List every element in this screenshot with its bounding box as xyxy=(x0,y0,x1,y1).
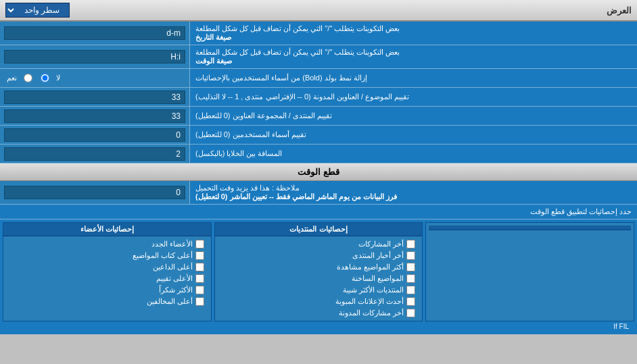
checkbox-forum-2[interactable] xyxy=(406,263,415,271)
bold-remove-label: إزالة نمط بولد (Bold) من أسماء المستخدمي… xyxy=(195,74,367,82)
forum-order-input[interactable] xyxy=(4,109,185,123)
time-format-label: صيغة الوقت xyxy=(195,57,232,66)
checkbox-member-2[interactable] xyxy=(195,263,204,271)
topics-order-label: تقييم الموضوع / العناوين المدونة (0 -- ا… xyxy=(195,93,409,101)
checkbox-forum-4[interactable] xyxy=(406,286,415,294)
realtime-sublabel: ملاحظة : هذا قد يزيد وقت التحميل xyxy=(195,184,300,192)
time-format-sublabel: بعض التكوينات يتطلب "/" التي يمكن أن تضا… xyxy=(195,48,400,57)
users-order-label: تقييم أسماء المستخدمين (0 للتعطيل) xyxy=(195,130,306,139)
checkbox-forum-0[interactable] xyxy=(406,240,415,249)
apply-label: حدد إحصائيات لتطبيق قطع الوقت xyxy=(0,205,637,219)
checkbox-forum-6[interactable] xyxy=(406,309,415,317)
checkbox-member-5[interactable] xyxy=(195,297,204,306)
date-format-label: صيغة التاريخ xyxy=(195,33,231,42)
cell-spacing-input[interactable] xyxy=(4,147,185,161)
realtime-section-header: قطع الوقت xyxy=(0,163,637,181)
realtime-input[interactable] xyxy=(4,186,185,199)
if-fil-note: If FIL xyxy=(3,321,634,332)
checkbox-member-4[interactable] xyxy=(195,286,204,294)
forum-stats-header: إحصائيات المنتديات xyxy=(215,223,423,236)
page-title: العرض xyxy=(70,5,632,16)
date-format-sublabel: بعض التكوينات يتطلب "/" التي يمكن أن تضا… xyxy=(195,24,400,33)
radio-no-label: لا xyxy=(56,74,60,82)
checkbox-forum-3[interactable] xyxy=(406,274,415,283)
date-format-input[interactable] xyxy=(4,26,185,40)
checkbox-forum-5[interactable] xyxy=(406,297,415,306)
checkbox-forum-1[interactable] xyxy=(406,251,415,260)
time-format-input[interactable] xyxy=(4,50,185,63)
stats-empty-header xyxy=(429,226,631,230)
forum-order-label: تقييم المنتدى / المجموعة العناوين (0 للت… xyxy=(195,111,332,120)
users-order-input[interactable] xyxy=(4,128,185,142)
checkbox-member-0[interactable] xyxy=(195,240,204,249)
realtime-label: فرز البيانات من يوم الماشر الماضي فقط --… xyxy=(195,192,397,201)
topics-order-input[interactable] xyxy=(4,90,185,104)
checkbox-member-3[interactable] xyxy=(195,274,204,283)
forum-stats-col: إحصائيات المنتديات أخر المشاركات أخر أخب… xyxy=(214,222,423,321)
radio-yes-label: نعم xyxy=(7,74,17,82)
radio-yes[interactable] xyxy=(24,74,32,82)
checkbox-member-1[interactable] xyxy=(195,251,204,260)
member-stats-col: إحصائيات الأعضاء الأعضاء الجدد أعلى كتاب… xyxy=(3,222,212,321)
display-select[interactable]: سطر واحد سطرين ثلاثة أسطر xyxy=(5,3,70,18)
radio-no[interactable] xyxy=(41,74,49,82)
member-stats-header: إحصائيات الأعضاء xyxy=(3,223,211,236)
cell-spacing-label: المسافة بين الخلايا (بالبكسل) xyxy=(195,149,283,158)
